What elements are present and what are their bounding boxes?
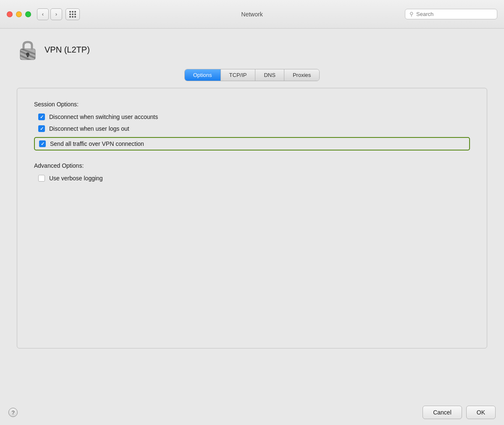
- list-item: ✓ Disconnect when switching user account…: [38, 114, 470, 120]
- svg-rect-7: [27, 55, 29, 57]
- tab-proxies[interactable]: Proxies: [284, 69, 319, 81]
- list-item: ✓ Send all traffic over VPN connection: [34, 137, 470, 150]
- main-content: VPN (L2TP) Options TCP/IP DNS Proxies Se…: [0, 29, 504, 357]
- list-item: ✓ Disconnect when user logs out: [38, 125, 470, 132]
- vpn-icon: [17, 39, 39, 61]
- disconnect-logout-label: Disconnect when user logs out: [49, 125, 129, 132]
- disconnect-user-label: Disconnect when switching user accounts: [49, 114, 158, 120]
- action-buttons: Cancel OK: [423, 406, 496, 419]
- list-item: Use verbose logging: [38, 175, 470, 182]
- settings-panel: Session Options: ✓ Disconnect when switc…: [17, 88, 487, 348]
- search-box[interactable]: ⚲: [405, 9, 497, 19]
- tabs-container: Options TCP/IP DNS Proxies: [17, 69, 487, 81]
- tab-dns[interactable]: DNS: [255, 69, 284, 81]
- titlebar: ‹ › Network ⚲: [0, 0, 504, 29]
- cancel-button[interactable]: Cancel: [423, 406, 462, 419]
- checkmark-icon: ✓: [40, 114, 44, 120]
- close-button[interactable]: [7, 11, 13, 17]
- verbose-logging-label: Use verbose logging: [49, 175, 103, 182]
- session-options-title: Session Options:: [34, 101, 470, 108]
- session-options-list: ✓ Disconnect when switching user account…: [38, 114, 470, 150]
- tabs: Options TCP/IP DNS Proxies: [184, 69, 320, 81]
- ok-button[interactable]: OK: [466, 406, 496, 419]
- advanced-options-title: Advanced Options:: [34, 162, 470, 169]
- grid-icon: [69, 11, 76, 18]
- help-button[interactable]: ?: [8, 408, 18, 417]
- window-title: Network: [241, 11, 262, 18]
- grid-view-button[interactable]: [66, 8, 80, 20]
- vpn-title: VPN (L2TP): [45, 45, 90, 55]
- tab-options[interactable]: Options: [185, 69, 221, 81]
- send-traffic-checkbox[interactable]: ✓: [39, 140, 46, 147]
- forward-button[interactable]: ›: [50, 8, 62, 20]
- checkmark-icon: ✓: [40, 126, 44, 132]
- vpn-header: VPN (L2TP): [17, 39, 487, 61]
- search-icon: ⚲: [410, 11, 414, 17]
- window-controls: [7, 11, 31, 17]
- minimize-button[interactable]: [16, 11, 22, 17]
- advanced-options-list: Use verbose logging: [38, 175, 470, 182]
- checkmark-icon: ✓: [41, 141, 45, 147]
- maximize-button[interactable]: [25, 11, 31, 17]
- verbose-logging-checkbox[interactable]: [38, 175, 45, 182]
- disconnect-logout-checkbox[interactable]: ✓: [38, 125, 45, 132]
- back-button[interactable]: ‹: [37, 8, 49, 20]
- bottom-bar: ? Cancel OK: [0, 400, 504, 425]
- send-traffic-label: Send all traffic over VPN connection: [50, 140, 144, 147]
- tab-tcpip[interactable]: TCP/IP: [221, 69, 256, 81]
- disconnect-user-checkbox[interactable]: ✓: [38, 114, 45, 120]
- nav-buttons: ‹ ›: [37, 8, 62, 20]
- search-input[interactable]: [416, 11, 493, 17]
